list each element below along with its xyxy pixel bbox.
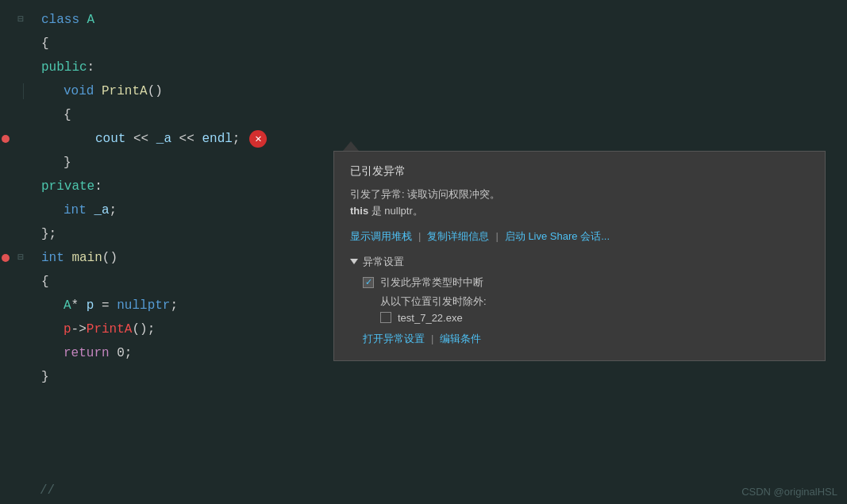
- popup-body-line2-suffix: 是 nullptr。: [368, 205, 423, 217]
- breakpoint-6[interactable]: [2, 135, 10, 143]
- token: :: [94, 175, 102, 198]
- fold-11[interactable]: ⊟: [17, 247, 27, 269]
- code-line-3: public:: [0, 56, 847, 79]
- line-content-3: public:: [32, 56, 94, 79]
- checkbox-test-exe[interactable]: [380, 312, 391, 323]
- triangle-icon: [350, 259, 358, 264]
- link-show-callstack[interactable]: 显示调用堆栈: [350, 229, 412, 244]
- line-content-9: int _a;: [32, 199, 117, 221]
- token: ;: [125, 342, 133, 364]
- line-content-4: void PrintA(): [32, 80, 163, 102]
- exception-settings-section: 异常设置 引发此异常类型时中断 从以下位置引发时除外: test_7_22.ex…: [350, 255, 809, 324]
- token: endl: [202, 128, 232, 150]
- token: ->: [71, 318, 87, 340]
- token: A: [87, 9, 95, 31]
- gutter-11: ⊟: [0, 247, 32, 269]
- token: ;: [110, 199, 117, 221]
- token: PrintA: [87, 318, 133, 340]
- link-copy-details[interactable]: 复制详细信息: [427, 229, 489, 244]
- line-content-1: class A: [32, 9, 94, 31]
- code-line-5: {: [0, 103, 847, 127]
- token: :: [87, 56, 95, 79]
- token: p: [87, 294, 94, 317]
- fold-1[interactable]: ⊟: [17, 9, 27, 31]
- sep2: |: [495, 230, 498, 242]
- popup-bottom-links: 打开异常设置 | 编辑条件: [350, 332, 809, 346]
- popup-body-line1: 引发了异常: 读取访问权限冲突。: [350, 188, 500, 200]
- token: void: [64, 80, 102, 102]
- checkbox-label-2: test_7_22.exe: [398, 312, 463, 324]
- code-editor: ⊟ class A { public: void Pr: [0, 0, 847, 504]
- token: }: [41, 366, 49, 388]
- popup-links: 显示调用堆栈 | 复制详细信息 | 启动 Live Share 会话...: [350, 229, 809, 244]
- line-content-15: return 0;: [32, 342, 132, 364]
- token: <<: [171, 128, 202, 150]
- checkbox-row-2: test_7_22.exe: [350, 312, 809, 324]
- token: ;: [233, 128, 241, 150]
- popup-arrow: [343, 141, 359, 151]
- comment-text: //: [0, 483, 55, 498]
- popup-title: 已引发异常: [350, 164, 809, 179]
- token: private: [41, 175, 94, 198]
- line-content-8: private:: [32, 175, 102, 198]
- sub-label-row: 从以下位置引发时除外:: [350, 294, 809, 309]
- popup-body-this: this: [350, 205, 368, 217]
- checkbox-label-1: 引发此异常类型时中断: [380, 275, 483, 290]
- token: _a: [156, 128, 171, 150]
- token: class: [41, 9, 87, 31]
- token: int: [64, 199, 94, 221]
- line-content-12: {: [32, 271, 49, 293]
- token: (): [102, 247, 117, 269]
- token: {: [41, 271, 49, 293]
- token: ();: [132, 318, 155, 340]
- line-content-5: {: [32, 104, 71, 126]
- token: PrintA: [102, 80, 148, 102]
- link-liveshare[interactable]: 启动 Live Share 会话...: [505, 229, 610, 244]
- line-content-14: p->PrintA();: [32, 318, 155, 340]
- breakpoint-11[interactable]: [2, 254, 10, 262]
- token: 0: [117, 342, 125, 364]
- line-content-6: cout << _a << endl; ✕: [32, 128, 267, 150]
- checkbox-break-on-throw[interactable]: [363, 277, 374, 288]
- token: }: [64, 152, 71, 174]
- token: (): [148, 80, 163, 102]
- exception-popup: 已引发异常 引发了异常: 读取访问权限冲突。 this 是 nullptr。 显…: [333, 151, 826, 361]
- token: _a: [94, 199, 109, 221]
- code-line-16: }: [0, 365, 847, 389]
- line-content-7: }: [32, 152, 71, 174]
- token: {: [41, 33, 49, 55]
- checkbox-row-1: 引发此异常类型时中断: [350, 275, 809, 290]
- token: =: [94, 294, 117, 317]
- line-content-16: }: [32, 366, 49, 388]
- token: ;: [170, 294, 178, 317]
- bottom-comment: //: [0, 483, 55, 498]
- token: *: [71, 294, 87, 317]
- line-content-11: int main(): [32, 247, 117, 269]
- code-line-4: void PrintA(): [0, 79, 847, 103]
- token: <<: [125, 128, 156, 150]
- token: public: [41, 56, 87, 79]
- error-icon[interactable]: ✕: [249, 130, 267, 148]
- token: p: [64, 318, 71, 340]
- link-edit-conditions[interactable]: 编辑条件: [440, 332, 481, 346]
- token: A: [64, 294, 71, 317]
- code-line-2: {: [0, 32, 847, 56]
- sep1: |: [418, 230, 421, 242]
- token: cout: [95, 128, 125, 150]
- line-content-10: };: [32, 223, 56, 245]
- code-line-6: cout << _a << endl; ✕: [0, 127, 847, 151]
- sub-label: 从以下位置引发时除外:: [380, 294, 487, 309]
- section-header: 异常设置: [350, 255, 809, 269]
- token: main: [71, 247, 102, 269]
- gutter-4: [0, 83, 32, 99]
- popup-body: 引发了异常: 读取访问权限冲突。 this 是 nullptr。: [350, 187, 809, 220]
- section-title: 异常设置: [363, 255, 404, 269]
- token: int: [41, 247, 71, 269]
- watermark: CSDN @originalHSL: [741, 486, 837, 498]
- link-open-exception-settings[interactable]: 打开异常设置: [363, 332, 425, 346]
- watermark-text: CSDN @originalHSL: [741, 486, 837, 498]
- token: };: [41, 223, 56, 245]
- bottom-sep: |: [431, 333, 433, 344]
- line-content-2: {: [32, 33, 49, 55]
- token: return: [64, 342, 117, 364]
